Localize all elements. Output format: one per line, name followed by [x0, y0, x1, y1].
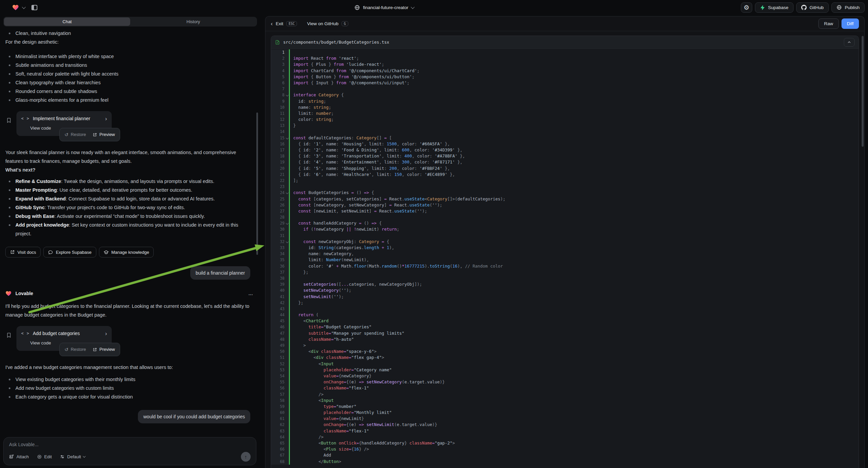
line-number: 66 [271, 446, 289, 452]
graduation-cap-icon [104, 250, 109, 255]
publish-button[interactable]: Publish [831, 2, 865, 13]
line-number: 11 [271, 111, 289, 117]
view-on-github-button[interactable]: View on GitHub G [307, 21, 348, 26]
line-number: 46 [271, 324, 289, 330]
preview-button[interactable]: Preview [93, 345, 115, 354]
visit-docs-label: Visit docs [18, 250, 36, 255]
toggle-sidebar-button[interactable] [31, 4, 38, 11]
line-number: 53 [271, 367, 289, 373]
code-text: } [289, 122, 859, 128]
edit-button[interactable]: Edit [37, 454, 52, 459]
fold-chevron-icon[interactable] [286, 222, 288, 225]
code-panel-header: ‹ Exit ESC View on GitHub G Raw Diff [266, 17, 864, 31]
bookmark-icon[interactable] [6, 332, 12, 341]
view-on-github-label: View on GitHub [307, 21, 339, 26]
fold-chevron-icon[interactable] [286, 192, 288, 194]
line-number: 27 [271, 208, 289, 214]
file-path-bar[interactable]: src/components/budget/BudgetCategories.t… [271, 36, 859, 49]
tab-chat[interactable]: Chat [4, 18, 130, 26]
code-line: 2import React from 'react'; [271, 55, 859, 61]
manage-knowledge-button[interactable]: Manage knowledge [99, 247, 154, 258]
code-icon: < > [21, 329, 30, 338]
code-text: import { Plus } from 'lucide-react'; [289, 61, 859, 67]
composer[interactable]: Ask Lovable... Attach Edit Default ↑ [3, 437, 256, 465]
manage-knowledge-label: Manage knowledge [112, 250, 149, 255]
code-text: type="number" [289, 404, 859, 410]
code-text: { id: '5', name: 'Shopping', limit: 200,… [289, 166, 859, 172]
code-text: id: String(categories.length + 1), [289, 245, 859, 251]
code-line: 43 [271, 306, 859, 312]
project-name: financial-future-creator [363, 5, 408, 10]
exit-button[interactable]: ‹ Exit ESC [271, 21, 297, 27]
code-text: Add [289, 452, 859, 458]
restore-button[interactable]: ↺ Restore [64, 345, 86, 354]
diff-toggle-button[interactable]: Diff [841, 19, 859, 29]
help-text: I'll help you add budget categories to t… [5, 302, 254, 319]
line-number: 31 [271, 233, 289, 239]
code-line: 15const defaultCategories: Category[] = … [271, 135, 859, 141]
code-line: 1 [271, 49, 859, 55]
code-text: <Input [289, 398, 859, 404]
line-number: 38 [271, 275, 289, 281]
user-message: would be cool if you could add budget ca… [138, 410, 250, 423]
globe-icon [354, 5, 360, 10]
line-number: 59 [271, 404, 289, 410]
chevron-right-icon[interactable]: › [105, 116, 107, 121]
settings-button[interactable]: ⚙ [741, 2, 752, 13]
logo-dropdown-chevron-icon[interactable] [22, 5, 26, 9]
tab-history[interactable]: History [130, 18, 256, 26]
tool-card-title: Implement financial planner [33, 114, 90, 123]
code-line: 36 color: '#' + Math.floor(Math.random()… [271, 263, 859, 269]
github-button[interactable]: GitHub [796, 2, 829, 13]
intro-list: Clean, intuitive navigation [5, 29, 254, 38]
explore-supabase-button[interactable]: Explore Supabase [43, 247, 96, 258]
code-text: return ( [289, 312, 859, 318]
line-number: 7 [271, 86, 289, 92]
heart-icon [12, 4, 20, 11]
bookmark-icon[interactable] [6, 117, 12, 126]
restore-button[interactable]: ↺ Restore [64, 130, 86, 139]
publish-globe-icon [836, 5, 842, 10]
project-switcher[interactable]: financial-future-creator [354, 0, 414, 15]
design-list: Minimalist interface with plenty of whit… [5, 52, 254, 105]
line-number: 34 [271, 251, 289, 257]
fold-chevron-icon[interactable] [286, 94, 288, 96]
attach-button[interactable]: Attach [9, 454, 29, 459]
line-number: 29 [271, 220, 289, 226]
code-text: limit: number; [289, 111, 859, 117]
supabase-button[interactable]: Supabase [755, 2, 794, 13]
code-text [289, 128, 859, 135]
code-text: placeholder="Monthly limit" [289, 410, 859, 416]
code-scrollbar-thumb[interactable] [862, 36, 864, 147]
code-line: 31 [271, 233, 859, 239]
line-number: 60 [271, 410, 289, 416]
ready-text: Your sleek financial planner is now read… [5, 148, 254, 166]
raw-toggle-button[interactable]: Raw [818, 19, 839, 29]
preview-button[interactable]: Preview [93, 130, 115, 139]
collapse-file-button[interactable] [844, 38, 855, 47]
fold-chevron-icon[interactable] [286, 136, 288, 139]
code-line: 32 const newCategoryObj: Category = { [271, 239, 859, 245]
code-line: 54 value={newCategory} [271, 373, 859, 379]
send-button[interactable]: ↑ [241, 452, 251, 462]
fold-chevron-icon[interactable] [286, 240, 288, 243]
code-text: <Input [289, 361, 859, 367]
chevron-right-icon[interactable]: › [105, 331, 107, 337]
line-number: 68 [271, 459, 289, 465]
line-number: 49 [271, 343, 289, 349]
mode-select[interactable]: Default [60, 454, 85, 459]
chat-input-placeholder[interactable]: Ask Lovable... [9, 442, 251, 447]
message-menu-ellipsis[interactable]: … [248, 289, 254, 298]
lovable-logo-icon[interactable] [12, 4, 20, 11]
code-line: 66 <Plus size={16} /> [271, 446, 859, 452]
exit-label: Exit [276, 21, 283, 26]
code-text: }; [289, 269, 859, 275]
code-text: ]; [289, 178, 859, 184]
tool-card-wrap: < > Add budget categories › View code ↺ … [17, 326, 112, 351]
line-number: 67 [271, 452, 289, 458]
chat-scrollbar-thumb[interactable] [256, 113, 258, 255]
chat-panel: Chat History Clean, intuitive navigation… [0, 15, 261, 468]
visit-docs-button[interactable]: Visit docs [5, 247, 40, 258]
code-line: 59 type="number" [271, 404, 859, 410]
code-line: 57 /> [271, 391, 859, 398]
